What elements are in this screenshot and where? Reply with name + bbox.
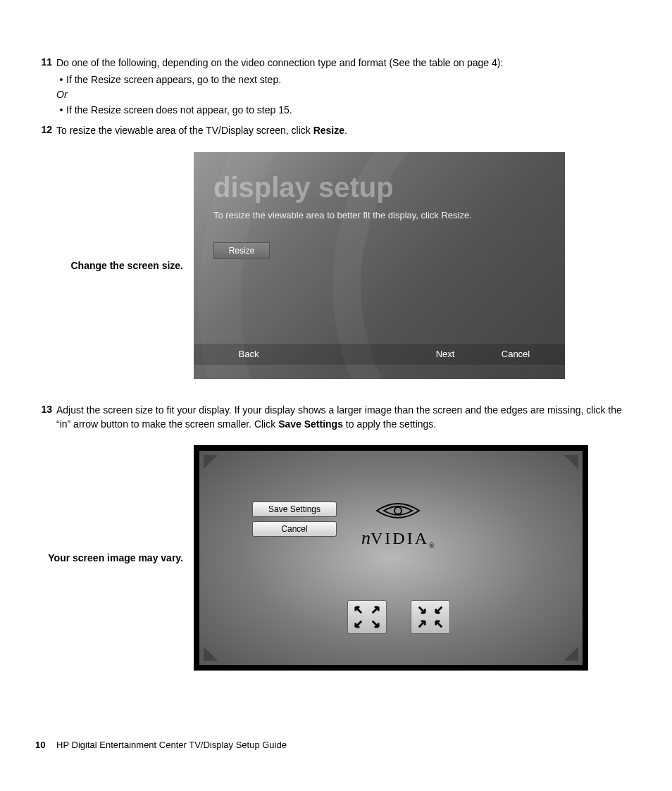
- expand-out-button[interactable]: [347, 600, 387, 634]
- corner-handle-br-icon[interactable]: [564, 647, 578, 661]
- step-11-bullet-1: If the Resize screen appears, go to the …: [66, 73, 281, 87]
- step-number: 13: [35, 404, 52, 431]
- corner-handle-tl-icon[interactable]: [204, 455, 218, 469]
- save-settings-button[interactable]: Save Settings: [252, 502, 337, 517]
- arrow-out-tl-icon: [354, 605, 363, 615]
- step-11-or: Or: [56, 88, 637, 102]
- nvidia-logo-text: VIDIA: [371, 529, 429, 547]
- step-12-text-c: .: [344, 125, 347, 136]
- resize-button[interactable]: Resize: [213, 242, 270, 259]
- step-12-resize-word: Resize: [313, 125, 344, 136]
- arrow-in-tl-icon: [417, 605, 427, 615]
- bullet-icon: •: [56, 104, 66, 118]
- back-button[interactable]: Back: [228, 347, 270, 362]
- step-11-intro: Do one of the following, depending on th…: [56, 57, 503, 68]
- figure-nvidia-resize: Your screen image may vary. Save Setting…: [35, 445, 637, 671]
- arrow-in-bl-icon: [417, 619, 427, 629]
- cancel-button[interactable]: Cancel: [494, 347, 537, 362]
- nvidia-eye-icon: [373, 497, 423, 525]
- step-11: 11 Do one of the following, depending on…: [35, 56, 637, 120]
- display-setup-subtitle: To resize the viewable area to better fi…: [213, 210, 472, 220]
- step-13-text-c: to apply the settings.: [343, 418, 436, 430]
- page-footer: 10 HP Digital Entertainment Center TV/Di…: [35, 740, 287, 750]
- shrink-in-button[interactable]: [411, 600, 450, 634]
- footer-title: HP Digital Entertainment Center TV/Displ…: [56, 740, 287, 750]
- figure-display-setup: Change the screen size. display setup To…: [35, 152, 637, 379]
- svg-point-0: [394, 507, 402, 514]
- nvidia-resize-screenshot: Save Settings Cancel nVIDIA®: [194, 445, 588, 671]
- step-number: 11: [35, 56, 52, 120]
- display-setup-screenshot: display setup To resize the viewable are…: [194, 152, 565, 379]
- step-12-text-a: To resize the viewable area of the TV/Di…: [56, 125, 313, 136]
- cancel-button[interactable]: Cancel: [252, 521, 337, 537]
- arrow-out-br-icon: [371, 619, 380, 629]
- corner-handle-tr-icon[interactable]: [564, 455, 578, 469]
- registered-mark: ®: [429, 542, 435, 549]
- step-13-save-word: Save Settings: [278, 418, 343, 430]
- arrow-out-tr-icon: [371, 605, 380, 615]
- step-12: 12 To resize the viewable area of the TV…: [35, 124, 637, 138]
- nvidia-n: n: [361, 528, 371, 548]
- corner-handle-bl-icon[interactable]: [204, 647, 218, 661]
- step-11-bullet-2: If the Resize screen does not appear, go…: [66, 104, 292, 118]
- arrow-out-bl-icon: [354, 619, 363, 629]
- next-button[interactable]: Next: [424, 347, 466, 362]
- step-number: 12: [35, 124, 52, 138]
- display-setup-title: display setup: [213, 172, 394, 204]
- step-13: 13 Adjust the screen size to fit your di…: [35, 404, 637, 431]
- arrow-in-tr-icon: [434, 605, 444, 615]
- page-number: 10: [35, 740, 45, 750]
- nvidia-logo: nVIDIA®: [361, 497, 435, 549]
- figure-1-caption: Change the screen size.: [35, 259, 194, 273]
- bullet-icon: •: [56, 73, 66, 87]
- arrow-in-br-icon: [434, 619, 444, 629]
- figure-2-caption: Your screen image may vary.: [35, 552, 194, 565]
